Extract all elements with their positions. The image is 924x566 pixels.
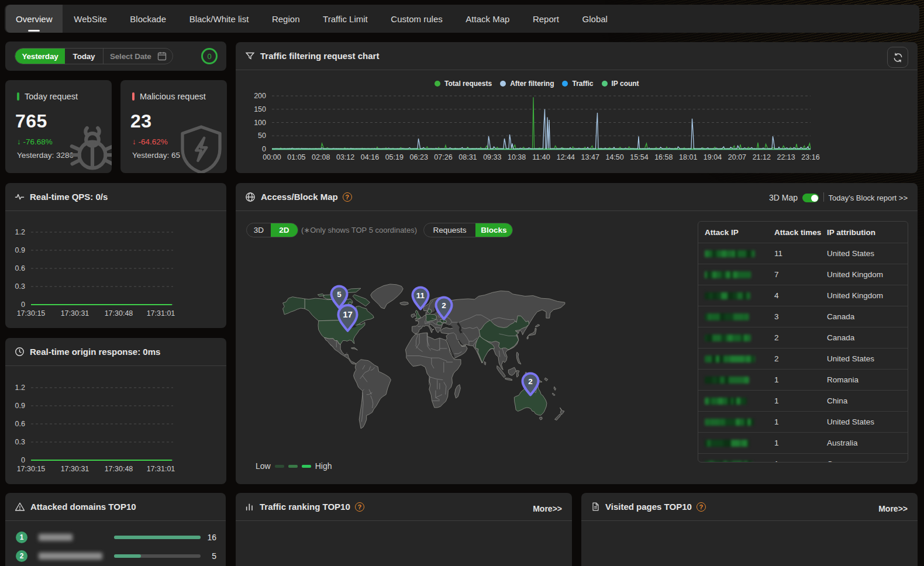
svg-text:17: 17 — [343, 309, 353, 319]
svg-text:50: 50 — [258, 132, 266, 140]
svg-text:19:04: 19:04 — [704, 153, 722, 161]
svg-text:20:07: 20:07 — [728, 153, 746, 161]
svg-text:17:30:48: 17:30:48 — [105, 309, 133, 317]
svg-text:05:19: 05:19 — [385, 153, 404, 161]
svg-text:150: 150 — [254, 105, 266, 113]
svg-text:17:30:31: 17:30:31 — [61, 465, 89, 473]
svg-text:0.9: 0.9 — [15, 402, 25, 410]
svg-text:07:26: 07:26 — [434, 153, 452, 161]
svg-text:12:44: 12:44 — [557, 153, 575, 161]
svg-text:0.6: 0.6 — [15, 264, 25, 272]
svg-text:23:16: 23:16 — [801, 153, 819, 161]
svg-text:01:05: 01:05 — [287, 153, 305, 161]
svg-text:02:08: 02:08 — [312, 153, 330, 161]
svg-text:18:01: 18:01 — [679, 153, 697, 161]
svg-text:2: 2 — [442, 301, 446, 310]
svg-text:03:12: 03:12 — [336, 153, 354, 161]
svg-text:11: 11 — [416, 291, 425, 300]
svg-text:22:13: 22:13 — [777, 153, 795, 161]
svg-text:0: 0 — [21, 456, 25, 464]
svg-text:1.2: 1.2 — [15, 228, 25, 236]
svg-text:0.9: 0.9 — [15, 246, 25, 254]
svg-text:17:31:01: 17:31:01 — [147, 309, 175, 317]
svg-text:17:30:15: 17:30:15 — [17, 465, 46, 473]
svg-text:0.3: 0.3 — [15, 438, 25, 446]
svg-text:00:00: 00:00 — [263, 153, 281, 161]
svg-text:10:38: 10:38 — [508, 153, 526, 161]
svg-text:04:16: 04:16 — [361, 153, 379, 161]
svg-text:13:47: 13:47 — [581, 153, 599, 161]
svg-text:08:31: 08:31 — [458, 153, 477, 161]
svg-text:15:54: 15:54 — [630, 153, 648, 161]
svg-text:21:12: 21:12 — [753, 153, 771, 161]
svg-text:14:50: 14:50 — [605, 153, 623, 161]
svg-text:17:30:15: 17:30:15 — [17, 309, 46, 317]
svg-text:06:23: 06:23 — [410, 153, 428, 161]
svg-text:16:58: 16:58 — [654, 153, 673, 161]
svg-text:17:31:01: 17:31:01 — [147, 465, 175, 473]
svg-text:0: 0 — [21, 301, 25, 309]
svg-text:1.2: 1.2 — [15, 384, 25, 392]
svg-text:5: 5 — [337, 290, 342, 299]
svg-text:11:40: 11:40 — [532, 153, 550, 161]
svg-text:0: 0 — [262, 145, 266, 153]
svg-text:0.6: 0.6 — [15, 420, 25, 428]
svg-text:09:33: 09:33 — [483, 153, 501, 161]
svg-text:17:30:31: 17:30:31 — [61, 309, 89, 317]
svg-text:0.3: 0.3 — [15, 282, 25, 291]
svg-text:100: 100 — [254, 119, 266, 127]
svg-text:17:30:48: 17:30:48 — [105, 465, 133, 473]
svg-text:2: 2 — [528, 377, 533, 386]
svg-text:200: 200 — [254, 92, 266, 100]
